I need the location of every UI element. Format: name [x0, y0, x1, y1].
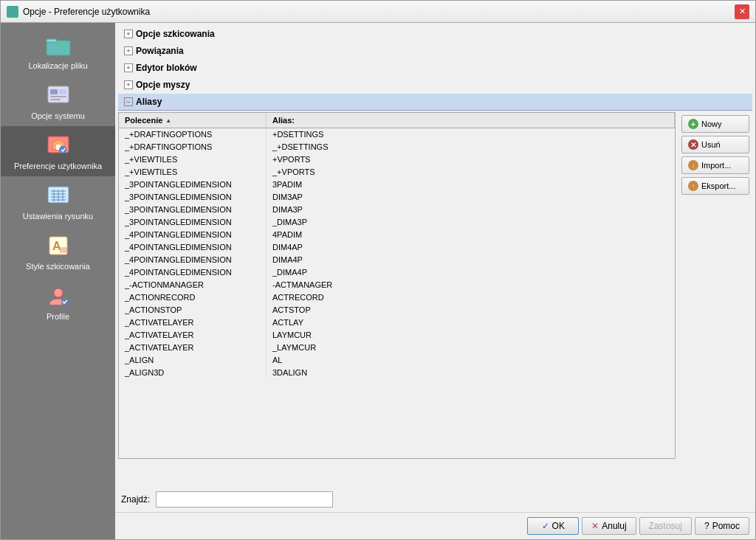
tree-item-aliasy[interactable]: − Aliasy	[118, 94, 752, 111]
table-row[interactable]: _4POINTANGLEDIMENSION DIMA4P	[119, 254, 675, 266]
find-input[interactable]	[156, 491, 333, 508]
td-polecenie: _+VIEWTILES	[119, 166, 267, 178]
table-header: Polecenie ▲ Alias:	[119, 113, 675, 128]
sidebar: Lokalizacje pliku Opcje systemu	[1, 23, 115, 539]
td-alias: +VPORTS	[267, 153, 675, 165]
nowy-icon: +	[688, 119, 698, 129]
td-alias: DIMA3P	[267, 204, 675, 215]
td-alias: _DIMA4P	[267, 266, 675, 278]
table-row[interactable]: _ACTIVATELAYER ACTLAY	[119, 316, 675, 329]
td-alias: +DSETTINGS	[267, 128, 675, 140]
td-polecenie: _3POINTANGLEDIMENSION	[119, 204, 267, 215]
td-alias: 3DALIGN	[267, 367, 675, 378]
table-row[interactable]: _3POINTANGLEDIMENSION _DIMA3P	[119, 216, 675, 229]
svg-rect-20	[60, 247, 67, 253]
usun-icon: ✕	[688, 139, 698, 150]
sidebar-item-style[interactable]: A Style szkicowania	[1, 226, 115, 277]
table-row[interactable]: _3POINTANGLEDIMENSION DIM3AP	[119, 191, 675, 204]
ok-checkmark: ✓	[542, 521, 549, 531]
td-alias: _+DSETTINGS	[267, 141, 675, 153]
td-alias: ACTLAY	[267, 316, 675, 328]
table-row[interactable]: _+DRAFTINGOPTIONS +DSETTINGS	[119, 128, 675, 141]
td-polecenie: _ALIGN	[119, 354, 267, 366]
col-alias[interactable]: Alias:	[267, 113, 675, 128]
table-row[interactable]: _ACTIVATELAYER _LAYMCUR	[119, 342, 675, 354]
td-alias: 4PADIM	[267, 229, 675, 240]
opcje-systemu-icon	[45, 82, 72, 108]
lokalizacje-icon	[45, 32, 72, 58]
expander-powiazania[interactable]: +	[124, 46, 133, 55]
td-polecenie: _4POINTANGLEDIMENSION	[119, 229, 267, 240]
footer: ✓ OK ✕ Anuluj Zastosuj ? Pomoc	[115, 512, 755, 539]
usun-button[interactable]: ✕ Usuń	[681, 136, 749, 153]
svg-point-9	[59, 146, 66, 153]
sidebar-item-lokalizacje[interactable]: Lokalizacje pliku	[1, 26, 115, 76]
tree-item-powiazania[interactable]: + Powiązania	[118, 43, 752, 60]
eksport-label: Eksport...	[701, 181, 735, 190]
anuluj-button[interactable]: ✕ Anuluj	[582, 517, 636, 535]
table-row[interactable]: _4POINTANGLEDIMENSION DIM4AP	[119, 241, 675, 254]
pomoc-button[interactable]: ? Pomoc	[695, 517, 749, 535]
expander-opcje-szkicowania[interactable]: +	[124, 30, 133, 38]
table-row[interactable]: _3POINTANGLEDIMENSION DIMA3P	[119, 204, 675, 216]
td-alias: AL	[267, 354, 675, 366]
td-alias: _LAYMCUR	[267, 342, 675, 353]
td-polecenie: _ACTIVATELAYER	[119, 316, 267, 328]
tree-item-opcje-myszy[interactable]: + Opcje myszy	[118, 77, 752, 94]
table-row[interactable]: _+DRAFTINGOPTIONS _+DSETTINGS	[119, 141, 675, 153]
table-row[interactable]: _3POINTANGLEDIMENSION 3PADIM	[119, 179, 675, 191]
nowy-button[interactable]: + Nowy	[681, 115, 749, 133]
td-polecenie: _4POINTANGLEDIMENSION	[119, 254, 267, 266]
td-alias: DIMA4P	[267, 254, 675, 266]
td-polecenie: _ACTIONRECORD	[119, 291, 267, 303]
td-polecenie: _-ACTIONMANAGER	[119, 279, 267, 291]
td-alias: DIM4AP	[267, 241, 675, 253]
td-polecenie: _3POINTANGLEDIMENSION	[119, 179, 267, 190]
table-body: _+DRAFTINGOPTIONS +DSETTINGS _+DRAFTINGO…	[119, 128, 675, 379]
find-row: Znajdź:	[121, 491, 749, 508]
expander-opcje-myszy[interactable]: +	[124, 80, 133, 89]
td-polecenie: _+DRAFTINGOPTIONS	[119, 141, 267, 153]
td-polecenie: _+VIEWTILES	[119, 153, 267, 165]
zastosuj-label: Zastosuj	[649, 521, 682, 531]
table-row[interactable]: _4POINTANGLEDIMENSION _DIMA4P	[119, 266, 675, 279]
table-row[interactable]: _+VIEWTILES +VPORTS	[119, 153, 675, 166]
td-polecenie: _3POINTANGLEDIMENSION	[119, 216, 267, 228]
table-row[interactable]: _ACTIONRECORD ACTRECORD	[119, 291, 675, 304]
eksport-button[interactable]: ↑ Eksport...	[681, 177, 749, 195]
usun-label: Usuń	[701, 140, 721, 149]
expander-aliasy[interactable]: −	[124, 97, 133, 106]
window-icon	[7, 6, 18, 18]
td-alias: LAYMCUR	[267, 329, 675, 341]
ok-button[interactable]: ✓ OK	[527, 517, 579, 535]
sidebar-item-ustawienia[interactable]: Ustawienia rysunku	[1, 176, 115, 226]
svg-rect-1	[47, 39, 57, 42]
pomoc-label: Pomoc	[712, 521, 740, 531]
td-polecenie: _ALIGN3D	[119, 367, 267, 378]
table-row[interactable]: _-ACTIONMANAGER -ACTMANAGER	[119, 279, 675, 291]
svg-point-21	[54, 288, 63, 297]
table-row[interactable]: _4POINTANGLEDIMENSION 4PADIM	[119, 229, 675, 241]
close-button[interactable]: ✕	[735, 4, 749, 19]
expander-edytor-blokow[interactable]: +	[124, 63, 133, 72]
sidebar-item-profile[interactable]: Profile	[1, 277, 115, 327]
table-row[interactable]: _ACTIVATELAYER LAYMCUR	[119, 329, 675, 342]
table-row[interactable]: _+VIEWTILES _+VPORTS	[119, 166, 675, 179]
table-row[interactable]: _ALIGN3D 3DALIGN	[119, 367, 675, 379]
td-alias: ACTRECORD	[267, 291, 675, 303]
tree-item-edytor-blokow[interactable]: + Edytor bloków	[118, 60, 752, 77]
profile-icon	[45, 283, 72, 309]
tree-label-opcje-myszy: Opcje myszy	[136, 80, 190, 90]
sidebar-item-preferencje[interactable]: Preferencje użytkownika	[1, 126, 115, 176]
action-buttons: + Nowy ✕ Usuń ↓ Import... ↑	[678, 112, 752, 459]
table-row[interactable]: _ACTIONSTOP ACTSTOP	[119, 304, 675, 316]
col-polecenie-label: Polecenie	[125, 116, 162, 125]
tree-label-opcje-szkicowania: Opcje szkicowania	[136, 29, 215, 39]
td-polecenie: _+DRAFTINGOPTIONS	[119, 128, 267, 140]
import-button[interactable]: ↓ Import...	[681, 156, 749, 174]
table-row[interactable]: _ALIGN AL	[119, 354, 675, 367]
col-polecenie[interactable]: Polecenie ▲	[119, 113, 267, 128]
zastosuj-button[interactable]: Zastosuj	[639, 517, 692, 535]
sidebar-item-opcje-systemu[interactable]: Opcje systemu	[1, 76, 115, 126]
tree-item-opcje-szkicowania[interactable]: + Opcje szkicowania	[118, 26, 752, 43]
